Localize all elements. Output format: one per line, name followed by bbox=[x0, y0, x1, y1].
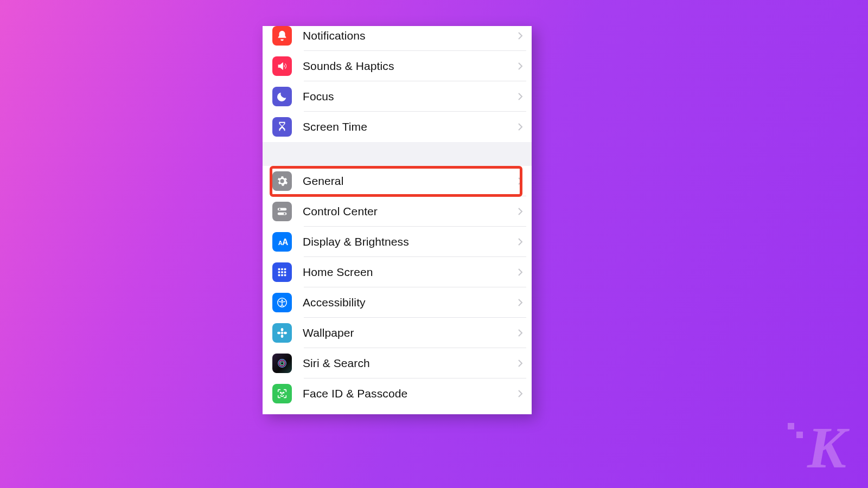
svg-rect-10 bbox=[281, 271, 283, 273]
svg-point-25 bbox=[280, 392, 281, 393]
face-id-icon bbox=[272, 384, 292, 403]
chevron-right-icon bbox=[518, 207, 523, 216]
chevron-right-icon bbox=[518, 389, 523, 398]
settings-row-general[interactable]: General bbox=[263, 166, 532, 196]
watermark-letter: K bbox=[807, 419, 846, 477]
chevron-right-icon bbox=[518, 123, 523, 131]
svg-point-20 bbox=[277, 332, 280, 335]
chevron-right-icon bbox=[518, 298, 523, 307]
settings-row-siri-search[interactable]: Siri & Search bbox=[263, 348, 532, 378]
svg-point-3 bbox=[284, 213, 285, 214]
svg-point-24 bbox=[280, 362, 284, 365]
row-label: Control Center bbox=[303, 205, 518, 218]
settings-row-face-id[interactable]: Face ID & Passcode bbox=[263, 378, 532, 409]
settings-row-display-brightness[interactable]: AA Display & Brightness bbox=[263, 227, 532, 257]
speaker-icon bbox=[272, 56, 292, 76]
chevron-right-icon bbox=[518, 268, 523, 277]
svg-point-21 bbox=[284, 332, 287, 335]
bell-icon bbox=[272, 26, 292, 46]
svg-point-18 bbox=[281, 328, 284, 331]
chevron-right-icon bbox=[518, 359, 523, 368]
svg-point-2 bbox=[279, 208, 280, 210]
settings-row-control-center[interactable]: Control Center bbox=[263, 196, 532, 227]
svg-text:A: A bbox=[282, 237, 288, 247]
settings-group-2: General Control Center AA Display & Brig… bbox=[263, 166, 532, 409]
text-size-icon: AA bbox=[272, 232, 292, 252]
row-label: Notifications bbox=[303, 29, 518, 42]
hourglass-icon bbox=[272, 117, 292, 137]
watermark-logo: K bbox=[776, 421, 846, 470]
flower-icon bbox=[272, 323, 292, 343]
row-label: General bbox=[303, 175, 518, 188]
svg-rect-13 bbox=[281, 274, 283, 277]
row-label: Accessibility bbox=[303, 296, 518, 309]
chevron-right-icon bbox=[518, 177, 523, 185]
row-label: Sounds & Haptics bbox=[303, 60, 518, 73]
settings-panel: Notifications Sounds & Haptics Focus S bbox=[263, 26, 532, 414]
row-label: Display & Brightness bbox=[303, 235, 518, 248]
switches-icon bbox=[272, 202, 292, 221]
group-separator bbox=[263, 142, 532, 166]
svg-rect-9 bbox=[278, 271, 280, 273]
settings-row-sounds-haptics[interactable]: Sounds & Haptics bbox=[263, 51, 532, 81]
gear-icon bbox=[272, 171, 292, 191]
svg-point-26 bbox=[283, 392, 284, 393]
row-label: Screen Time bbox=[303, 120, 518, 133]
svg-point-19 bbox=[281, 335, 284, 338]
row-label: Face ID & Passcode bbox=[303, 387, 518, 400]
chevron-right-icon bbox=[518, 31, 523, 40]
chevron-right-icon bbox=[518, 92, 523, 101]
svg-point-23 bbox=[279, 361, 285, 366]
moon-icon bbox=[272, 87, 292, 106]
grid-icon bbox=[272, 262, 292, 282]
settings-row-accessibility[interactable]: Accessibility bbox=[263, 287, 532, 318]
svg-rect-7 bbox=[281, 268, 283, 271]
row-label: Siri & Search bbox=[303, 357, 518, 370]
siri-icon bbox=[272, 354, 292, 373]
svg-rect-12 bbox=[278, 274, 280, 277]
svg-rect-11 bbox=[284, 271, 286, 273]
accessibility-icon bbox=[272, 293, 292, 312]
settings-row-focus[interactable]: Focus bbox=[263, 81, 532, 112]
settings-row-notifications[interactable]: Notifications bbox=[263, 26, 532, 51]
chevron-right-icon bbox=[518, 329, 523, 337]
settings-row-screen-time[interactable]: Screen Time bbox=[263, 112, 532, 142]
svg-rect-14 bbox=[284, 274, 286, 277]
row-label: Wallpaper bbox=[303, 326, 518, 339]
settings-row-wallpaper[interactable]: Wallpaper bbox=[263, 318, 532, 348]
svg-point-17 bbox=[281, 332, 284, 335]
chevron-right-icon bbox=[518, 237, 523, 246]
svg-rect-8 bbox=[284, 268, 286, 271]
settings-row-home-screen[interactable]: Home Screen bbox=[263, 257, 532, 287]
svg-point-16 bbox=[281, 299, 283, 301]
svg-rect-6 bbox=[278, 268, 280, 271]
row-label: Home Screen bbox=[303, 266, 518, 279]
chevron-right-icon bbox=[518, 62, 523, 70]
row-label: Focus bbox=[303, 90, 518, 103]
settings-group-1: Notifications Sounds & Haptics Focus S bbox=[263, 26, 532, 142]
